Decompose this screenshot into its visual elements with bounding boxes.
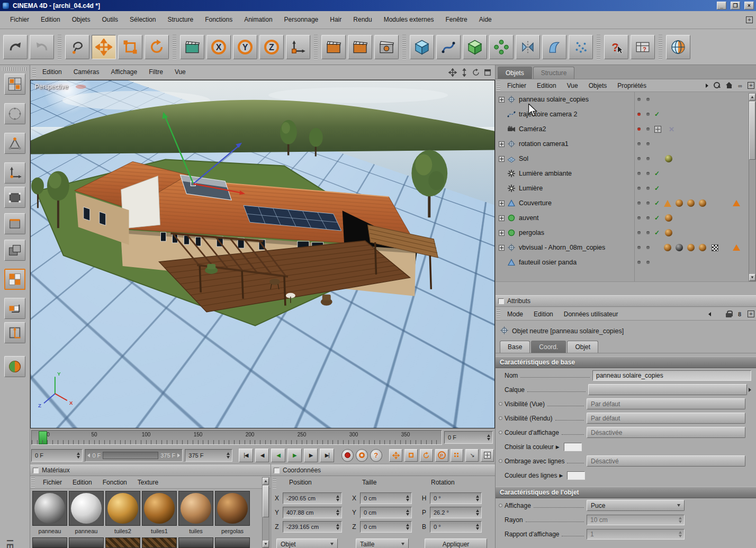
- material-thumbnail-partial[interactable]: [105, 537, 140, 548]
- vp-menu-affichage[interactable]: Affichage: [105, 65, 142, 79]
- add-spline-button[interactable]: [436, 35, 461, 59]
- expand-toggle[interactable]: [499, 200, 505, 206]
- close-button[interactable]: ×: [744, 2, 754, 10]
- render-active-view-button[interactable]: [321, 35, 346, 59]
- edges-mode-button[interactable]: [4, 213, 25, 234]
- key-rotation-button[interactable]: [420, 449, 433, 462]
- play-forward-button[interactable]: ▶: [287, 449, 302, 462]
- material-thumbnail-partial[interactable]: [69, 537, 104, 548]
- affichage-dropdown[interactable]: Puce: [587, 500, 685, 511]
- keyframe-options-button[interactable]: ?: [370, 449, 382, 462]
- expand-toggle[interactable]: [499, 97, 505, 103]
- zoom-view-icon[interactable]: [459, 67, 470, 78]
- om-menu-edition[interactable]: Edition: [532, 79, 561, 92]
- keyframe-dot[interactable]: [499, 416, 502, 420]
- object-list-scrollbar[interactable]: [749, 93, 756, 281]
- menu-fonctions[interactable]: Fonctions: [199, 11, 238, 29]
- goto-end-button[interactable]: ▶|: [320, 449, 334, 462]
- material-name[interactable]: pergolas: [215, 528, 250, 534]
- lock-y-axis-button[interactable]: [233, 35, 257, 59]
- add-symmetry-button[interactable]: [516, 35, 540, 59]
- object-row[interactable]: auvent ✓: [496, 211, 756, 225]
- material-tag-icon[interactable]: [665, 155, 672, 162]
- rotate-tool-button[interactable]: [145, 35, 169, 59]
- material-name[interactable]: panneau: [32, 528, 67, 534]
- viewport-camera-label[interactable]: Perspective: [35, 83, 68, 90]
- om-menu-vue[interactable]: Vue: [562, 79, 583, 92]
- tab-base[interactable]: Base: [500, 341, 530, 353]
- visibility-dots[interactable]: [637, 157, 650, 160]
- object-row[interactable]: pergolas ✓: [496, 225, 756, 240]
- preview-range-slider[interactable]: 0 F 375 F: [85, 449, 183, 462]
- couleur-affichage-dropdown[interactable]: Désactivée: [587, 427, 745, 438]
- material-tag-icon[interactable]: [664, 244, 671, 251]
- material-tag-icon[interactable]: [687, 244, 695, 251]
- position-x-field[interactable]: -290.65 cm: [283, 492, 342, 504]
- key-pla-button[interactable]: [451, 449, 464, 462]
- keyframe-dot[interactable]: [499, 431, 502, 434]
- rapport-field[interactable]: 1: [587, 529, 685, 540]
- om-menu-proprietes[interactable]: Propriétés: [613, 79, 651, 92]
- end-frame-field[interactable]: 375 F: [185, 449, 232, 462]
- panel-checkbox[interactable]: [274, 468, 280, 473]
- start-frame-field[interactable]: 0 F: [31, 449, 83, 462]
- mat-menu-fonction[interactable]: Fonction: [98, 476, 132, 489]
- enabled-check-icon[interactable]: ✓: [654, 229, 660, 236]
- range-start-icon[interactable]: [87, 453, 90, 458]
- key-scale-button[interactable]: [404, 449, 418, 462]
- search-icon[interactable]: [714, 82, 721, 89]
- menu-fenetre[interactable]: Fenêtre: [439, 11, 473, 29]
- material-thumbnail-partial[interactable]: [178, 537, 213, 548]
- orbit-view-icon[interactable]: [471, 67, 481, 78]
- coord-size-dropdown[interactable]: Taille: [356, 538, 409, 548]
- animation-mode-button[interactable]: [4, 356, 25, 377]
- ombrage-dropdown[interactable]: Désactivé: [587, 455, 745, 467]
- snap-button[interactable]: ↘: [465, 449, 479, 462]
- nom-input[interactable]: panneau solaire_copies: [592, 370, 751, 381]
- menu-structure[interactable]: Structure: [161, 11, 199, 29]
- size-z-field[interactable]: 0 cm: [360, 521, 412, 533]
- lock-x-axis-button[interactable]: [206, 35, 231, 59]
- attr-menu-donnees[interactable]: Données utilisateur: [559, 308, 623, 321]
- expand-toggle[interactable]: [499, 215, 505, 221]
- vp-menu-edition[interactable]: Edition: [37, 65, 67, 79]
- material-thumbnail[interactable]: [142, 491, 177, 526]
- home-icon[interactable]: [726, 82, 733, 89]
- calque-menu-icon[interactable]: [749, 388, 751, 392]
- texture-mode-button[interactable]: [4, 269, 25, 290]
- warning-tag-icon[interactable]: [733, 200, 740, 206]
- position-z-field[interactable]: -239.165 cm: [283, 521, 342, 533]
- materials-header[interactable]: Matériaux: [30, 464, 271, 476]
- object-row[interactable]: fauteuil osier panda: [496, 255, 756, 270]
- expand-toggle[interactable]: [499, 245, 505, 251]
- material-tag-icon[interactable]: [665, 229, 672, 236]
- lignes-swatch[interactable]: [567, 471, 585, 480]
- protection-tag-icon[interactable]: ✕: [669, 125, 674, 133]
- axis-mode-button[interactable]: [4, 162, 25, 184]
- material-thumbnail[interactable]: [178, 491, 213, 526]
- calque-button[interactable]: [588, 384, 747, 395]
- material-thumbnail[interactable]: [69, 491, 104, 526]
- coord-mode-dropdown[interactable]: Objet: [276, 538, 338, 548]
- attr-menu-mode[interactable]: Mode: [502, 308, 528, 321]
- undo-button[interactable]: [3, 35, 28, 59]
- render-picture-viewer-button[interactable]: [348, 35, 372, 59]
- lock-z-axis-button[interactable]: [259, 35, 284, 59]
- visibility-dots[interactable]: [637, 113, 650, 116]
- keyframe-selection-button[interactable]: [481, 449, 494, 462]
- record-keyframe-button[interactable]: [341, 449, 354, 462]
- range-track[interactable]: [103, 452, 158, 459]
- history-back-icon[interactable]: [708, 312, 711, 316]
- materials-scrollbar[interactable]: [262, 477, 269, 548]
- size-y-field[interactable]: 0 cm: [360, 507, 412, 518]
- om-menu-fichier[interactable]: Fichier: [502, 79, 531, 92]
- play-backward-button[interactable]: ◀: [271, 449, 285, 462]
- minimize-button[interactable]: _: [717, 2, 726, 10]
- viewport-grip[interactable]: [32, 67, 36, 78]
- expand-toggle[interactable]: [499, 230, 505, 236]
- model-mode-button[interactable]: [4, 103, 25, 124]
- section-caracteristiques-base[interactable]: Caractéristiques de base: [496, 357, 756, 368]
- object-axis-mode-button[interactable]: [4, 322, 25, 343]
- material-name[interactable]: tuiles2: [105, 528, 140, 534]
- new-panel-icon[interactable]: +: [748, 310, 754, 317]
